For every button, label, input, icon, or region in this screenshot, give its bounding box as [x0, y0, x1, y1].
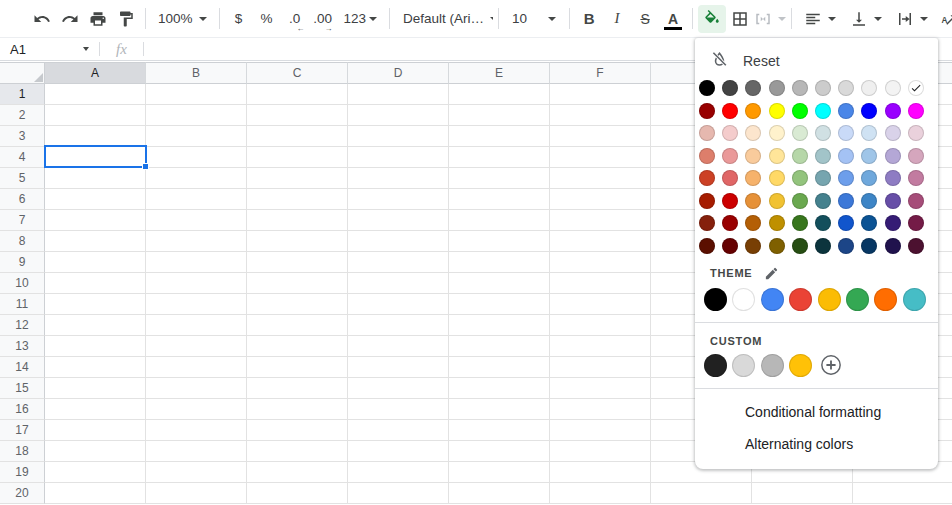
color-swatch[interactable] — [792, 148, 808, 164]
color-swatch[interactable] — [745, 193, 761, 209]
cell-A5[interactable] — [45, 168, 146, 189]
column-header-D[interactable]: D — [348, 62, 449, 84]
color-swatch[interactable] — [815, 125, 831, 141]
cell-E19[interactable] — [449, 462, 550, 483]
color-swatch[interactable] — [815, 80, 831, 96]
cell-B16[interactable] — [146, 399, 247, 420]
cell-A10[interactable] — [45, 273, 146, 294]
cell-F10[interactable] — [550, 273, 651, 294]
cell-E4[interactable] — [449, 147, 550, 168]
cell-D13[interactable] — [348, 336, 449, 357]
italic-button[interactable]: I — [603, 5, 631, 33]
cell-E18[interactable] — [449, 441, 550, 462]
cell-C4[interactable] — [247, 147, 348, 168]
row-header-7[interactable]: 7 — [0, 210, 45, 231]
cell-C8[interactable] — [247, 231, 348, 252]
color-swatch[interactable] — [815, 148, 831, 164]
color-swatch[interactable] — [838, 170, 854, 186]
color-swatch[interactable] — [745, 148, 761, 164]
row-header-11[interactable]: 11 — [0, 294, 45, 315]
color-swatch[interactable] — [745, 125, 761, 141]
select-all-corner[interactable] — [0, 62, 45, 84]
color-swatch[interactable] — [838, 80, 854, 96]
row-header-10[interactable]: 10 — [0, 273, 45, 294]
cell-D16[interactable] — [348, 399, 449, 420]
cell-B13[interactable] — [146, 336, 247, 357]
cell-E12[interactable] — [449, 315, 550, 336]
cell-B12[interactable] — [146, 315, 247, 336]
row-header-1[interactable]: 1 — [0, 84, 45, 105]
cell-C3[interactable] — [247, 126, 348, 147]
color-swatch[interactable] — [769, 103, 785, 119]
cell-D8[interactable] — [348, 231, 449, 252]
cell-A15[interactable] — [45, 378, 146, 399]
reset-button[interactable]: Reset — [695, 44, 938, 78]
cell-E15[interactable] — [449, 378, 550, 399]
cell-F15[interactable] — [550, 378, 651, 399]
color-swatch[interactable] — [699, 125, 715, 141]
cell-A13[interactable] — [45, 336, 146, 357]
cell-C20[interactable] — [247, 483, 348, 504]
custom-color-swatch[interactable] — [732, 354, 755, 377]
cell-E20[interactable] — [449, 483, 550, 504]
color-swatch[interactable] — [861, 125, 877, 141]
strikethrough-button[interactable]: S — [631, 5, 659, 33]
format-currency-button[interactable]: $ — [225, 5, 253, 33]
cell-B2[interactable] — [146, 105, 247, 126]
color-swatch[interactable] — [769, 238, 785, 254]
color-swatch[interactable] — [838, 193, 854, 209]
fill-handle[interactable] — [142, 163, 149, 170]
cell-D19[interactable] — [348, 462, 449, 483]
increase-decimal-button[interactable]: .00→ — [309, 5, 337, 33]
cell-B5[interactable] — [146, 168, 247, 189]
cell-E10[interactable] — [449, 273, 550, 294]
cell-B17[interactable] — [146, 420, 247, 441]
color-swatch[interactable] — [908, 103, 924, 119]
color-swatch[interactable] — [838, 148, 854, 164]
color-swatch[interactable] — [792, 80, 808, 96]
cell-D7[interactable] — [348, 210, 449, 231]
row-header-16[interactable]: 16 — [0, 399, 45, 420]
cell-D5[interactable] — [348, 168, 449, 189]
cell-B9[interactable] — [146, 252, 247, 273]
color-swatch[interactable] — [722, 170, 738, 186]
cell-A11[interactable] — [45, 294, 146, 315]
name-box[interactable]: A1 — [0, 38, 95, 60]
row-header-6[interactable]: 6 — [0, 189, 45, 210]
row-header-19[interactable]: 19 — [0, 462, 45, 483]
color-swatch[interactable] — [815, 193, 831, 209]
cell-A16[interactable] — [45, 399, 146, 420]
cell-F2[interactable] — [550, 105, 651, 126]
cell-E1[interactable] — [449, 84, 550, 105]
row-header-12[interactable]: 12 — [0, 315, 45, 336]
column-header-E[interactable]: E — [449, 62, 550, 84]
cell-F11[interactable] — [550, 294, 651, 315]
cell-E8[interactable] — [449, 231, 550, 252]
cell-F17[interactable] — [550, 420, 651, 441]
cell-B11[interactable] — [146, 294, 247, 315]
row-header-20[interactable]: 20 — [0, 483, 45, 504]
fill-color-button[interactable] — [698, 5, 726, 33]
color-swatch[interactable] — [699, 170, 715, 186]
color-swatch[interactable] — [699, 193, 715, 209]
color-swatch[interactable] — [861, 103, 877, 119]
color-swatch[interactable] — [769, 215, 785, 231]
cell-E3[interactable] — [449, 126, 550, 147]
color-swatch[interactable] — [745, 170, 761, 186]
more-formats-button[interactable]: 123 — [337, 5, 385, 33]
color-swatch[interactable] — [861, 215, 877, 231]
text-wrap-button[interactable] — [889, 5, 935, 33]
row-header-13[interactable]: 13 — [0, 336, 45, 357]
cell-F19[interactable] — [550, 462, 651, 483]
color-swatch[interactable] — [861, 80, 877, 96]
cell-F14[interactable] — [550, 357, 651, 378]
row-header-9[interactable]: 9 — [0, 252, 45, 273]
cell-D20[interactable] — [348, 483, 449, 504]
custom-color-swatch[interactable] — [761, 354, 784, 377]
color-swatch[interactable] — [885, 193, 901, 209]
color-swatch[interactable] — [815, 103, 831, 119]
cell-I20[interactable] — [853, 483, 952, 504]
cell-G20[interactable] — [651, 483, 752, 504]
row-header-3[interactable]: 3 — [0, 126, 45, 147]
column-header-F[interactable]: F — [550, 62, 651, 84]
